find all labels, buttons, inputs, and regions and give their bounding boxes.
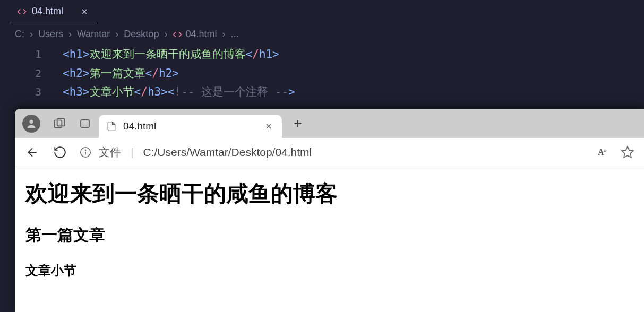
- page-file-icon: [106, 121, 117, 132]
- svg-rect-3: [54, 120, 62, 127]
- browser-window: 04.html 文件 | C:/Users/Wamtar/Desktop/04.…: [15, 109, 644, 312]
- vscode-editor: 04.html C: › Users › Wamtar › Desktop › …: [0, 0, 644, 109]
- svg-rect-4: [57, 118, 65, 126]
- line-number: 3: [15, 83, 41, 101]
- breadcrumb-part[interactable]: Desktop: [124, 29, 159, 40]
- breadcrumb-part[interactable]: Wamtar: [77, 29, 110, 40]
- close-icon[interactable]: [263, 120, 274, 132]
- breadcrumb[interactable]: C: › Users › Wamtar › Desktop › 04.html …: [0, 23, 644, 45]
- vscode-tab-title: 04.html: [32, 6, 63, 17]
- svg-rect-5: [81, 120, 89, 127]
- code-area[interactable]: 1 <h1>欢迎来到一条晒干的咸鱼的博客</h1> 2 <h2>第一篇文章</h…: [0, 45, 644, 102]
- svg-point-2: [29, 119, 33, 123]
- chevron-right-icon: ›: [30, 29, 33, 40]
- breadcrumb-part[interactable]: C:: [15, 29, 24, 40]
- breadcrumb-file[interactable]: 04.html: [185, 29, 217, 40]
- code-line: 3 <h3>文章小节</h3><!-- 这是一个注释 -->: [15, 83, 644, 102]
- url-prefix: 文件: [99, 145, 121, 160]
- breadcrumb-part[interactable]: Users: [38, 29, 63, 40]
- page-h2: 第一篇文章: [25, 224, 633, 246]
- browser-tab-title: 04.html: [123, 120, 156, 132]
- page-viewport: 欢迎来到一条晒干的咸鱼的博客 第一篇文章 文章小节: [15, 167, 644, 312]
- line-number: 1: [15, 45, 41, 63]
- workspaces-icon[interactable]: [48, 112, 71, 135]
- html-file-icon: [173, 30, 182, 39]
- html-file-icon: [17, 7, 27, 16]
- chevron-right-icon: ›: [222, 29, 225, 40]
- url-text: C:/Users/Wamtar/Desktop/04.html: [143, 146, 312, 159]
- svg-point-13: [85, 150, 85, 150]
- browser-tabbar: 04.html: [15, 109, 644, 138]
- close-icon[interactable]: [79, 6, 90, 17]
- tab-overview-icon[interactable]: [73, 112, 97, 135]
- profile-avatar-icon[interactable]: [22, 115, 40, 133]
- line-number: 2: [15, 64, 41, 82]
- info-icon[interactable]: [80, 146, 91, 158]
- refresh-button[interactable]: [52, 144, 68, 160]
- page-h1: 欢迎来到一条晒干的咸鱼的博客: [25, 179, 633, 209]
- read-aloud-icon[interactable]: A»: [598, 148, 607, 157]
- vscode-tab-active[interactable]: 04.html: [10, 0, 97, 23]
- back-button[interactable]: [24, 144, 40, 160]
- address-bar: 文件 | C:/Users/Wamtar/Desktop/04.html A»: [15, 138, 644, 167]
- code-line: 1 <h1>欢迎来到一条晒干的咸鱼的博客</h1>: [15, 45, 644, 64]
- breadcrumb-ellipsis[interactable]: ...: [230, 29, 238, 40]
- favorite-icon[interactable]: [621, 145, 634, 159]
- page-h3: 文章小节: [25, 262, 633, 279]
- chevron-right-icon: ›: [68, 29, 72, 40]
- new-tab-button[interactable]: [287, 113, 308, 134]
- code-line: 2 <h2>第一篇文章</h2>: [15, 64, 644, 83]
- chevron-right-icon: ›: [164, 29, 167, 40]
- browser-tab-active[interactable]: 04.html: [99, 115, 282, 138]
- svg-marker-14: [622, 146, 633, 158]
- separator: |: [128, 146, 135, 159]
- url-input[interactable]: 文件 | C:/Users/Wamtar/Desktop/04.html: [80, 145, 586, 160]
- vscode-tabbar: 04.html: [0, 0, 644, 23]
- chevron-right-icon: ›: [115, 29, 118, 40]
